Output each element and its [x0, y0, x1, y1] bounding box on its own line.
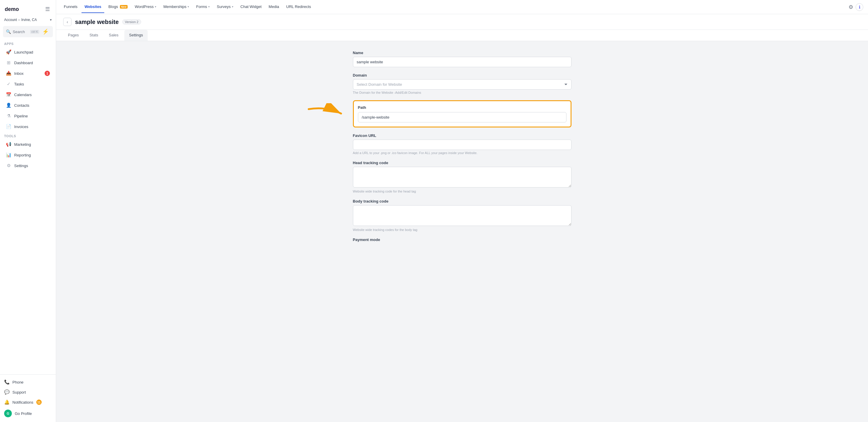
sidebar-item-reporting[interactable]: 📊 Reporting [2, 150, 54, 160]
sidebar-item-label: Phone [12, 380, 24, 385]
chevron-down-icon: ▾ [155, 5, 156, 8]
page-title: sample website [75, 19, 119, 25]
nav-item-websites[interactable]: Websites [82, 1, 104, 13]
sidebar-item-label: Dashboard [14, 61, 33, 65]
nav-item-forms[interactable]: Forms ▾ [193, 1, 213, 13]
head-tracking-hint: Website wide tracking code for the head … [353, 190, 571, 193]
tools-section-label: Tools [0, 132, 56, 139]
tab-pages[interactable]: Pages [63, 30, 84, 41]
launchpad-icon: 🚀 [6, 49, 11, 55]
sidebar-item-tasks[interactable]: ✓ Tasks [2, 79, 54, 89]
head-tracking-textarea[interactable] [353, 167, 571, 188]
notifications-icon: 🔔 [4, 399, 9, 405]
nav-item-wordpress[interactable]: WordPress ▾ [132, 1, 159, 13]
name-label: Name [353, 51, 571, 55]
inbox-icon: 📥 [6, 71, 11, 76]
nav-label: Blogs [108, 4, 118, 9]
sidebar-item-label: Marketing [14, 142, 31, 147]
sidebar-item-marketing[interactable]: 📢 Marketing [2, 139, 54, 149]
nav-label: WordPress [135, 4, 154, 9]
sidebar-item-phone[interactable]: 📞 Phone [0, 377, 56, 387]
favicon-input[interactable] [353, 140, 571, 150]
sidebar-item-dashboard[interactable]: ⊞ Dashboard [2, 58, 54, 68]
tab-settings[interactable]: Settings [124, 30, 148, 41]
sidebar-item-label: Tasks [14, 82, 24, 86]
tasks-icon: ✓ [6, 81, 11, 87]
domain-select[interactable]: Select Domain for Website [353, 79, 571, 90]
sidebar-item-settings[interactable]: ⚙ Settings [2, 161, 54, 171]
path-input[interactable] [358, 112, 566, 122]
sidebar-item-profile[interactable]: G Go Profile [0, 407, 56, 420]
apps-section-label: Apps [0, 39, 56, 47]
tab-stats[interactable]: Stats [85, 30, 103, 41]
tab-sales[interactable]: Sales [104, 30, 123, 41]
nav-label: Chat Widget [240, 4, 262, 9]
nav-item-media[interactable]: Media [266, 1, 282, 13]
calendars-icon: 📅 [6, 92, 11, 97]
sidebar: demo ☰ Account -- Irvine, CA ▾ 🔍 Search … [0, 0, 56, 422]
main-content: Funnels Websites Blogs New WordPress ▾ M… [56, 0, 868, 422]
search-icon: 🔍 [6, 29, 11, 34]
search-shortcut: ctrl K [30, 30, 39, 34]
support-icon: 💬 [4, 390, 9, 395]
new-badge: New [120, 5, 128, 8]
name-form-group: Name [353, 51, 571, 67]
tab-label: Pages [68, 33, 79, 37]
body-tracking-textarea[interactable] [353, 205, 571, 226]
search-bar[interactable]: 🔍 Search ctrl K ⚡ [3, 26, 53, 37]
sidebar-item-pipeline[interactable]: ⚗ Pipeline [2, 111, 54, 121]
account-selector[interactable]: Account -- Irvine, CA ▾ [0, 16, 56, 24]
tab-label: Sales [109, 33, 119, 37]
sidebar-item-calendars[interactable]: 📅 Calendars [2, 90, 54, 100]
sidebar-item-launchpad[interactable]: 🚀 Launchpad [2, 47, 54, 57]
sidebar-item-invoices[interactable]: 📄 Invoices [2, 121, 54, 132]
lightning-button[interactable]: ⚡ [41, 28, 50, 35]
sidebar-item-label: Reporting [14, 153, 31, 157]
top-nav: Funnels Websites Blogs New WordPress ▾ M… [56, 0, 868, 14]
hamburger-button[interactable]: ☰ [44, 5, 51, 13]
sidebar-item-label: Invoices [14, 124, 28, 129]
nav-item-memberships[interactable]: Memberships ▾ [160, 1, 192, 13]
nav-item-funnels[interactable]: Funnels [61, 1, 80, 13]
nav-item-chat-widget[interactable]: Chat Widget [238, 1, 265, 13]
nav-settings-button[interactable]: ⚙ [847, 3, 855, 11]
path-label: Path [358, 105, 566, 110]
path-wrapper: Path [353, 100, 571, 128]
path-highlight-box: Path [353, 100, 571, 128]
name-input[interactable] [353, 57, 571, 67]
account-chevron-icon: ▾ [50, 18, 52, 22]
sidebar-bottom: 📞 Phone 💬 Support 🔔 Notifications 11 G G… [0, 374, 56, 422]
nav-info-button[interactable]: ℹ [856, 3, 863, 11]
app-logo: demo [5, 6, 19, 12]
back-button[interactable]: ‹ [63, 18, 71, 26]
sidebar-item-notifications[interactable]: 🔔 Notifications 11 [0, 397, 56, 407]
sidebar-item-contacts[interactable]: 👤 Contacts [2, 100, 54, 110]
chevron-down-icon: ▾ [208, 5, 210, 8]
dashboard-icon: ⊞ [6, 60, 11, 65]
inbox-badge: 1 [44, 71, 50, 76]
contacts-icon: 👤 [6, 103, 11, 108]
settings-panel: Name Domain Select Domain for Website Th… [353, 51, 571, 413]
avatar: G [4, 410, 12, 417]
sidebar-item-support[interactable]: 💬 Support [0, 387, 56, 397]
body-tracking-form-group: Body tracking code Website wide tracking… [353, 199, 571, 231]
nav-item-surveys[interactable]: Surveys ▾ [214, 1, 236, 13]
domain-hint: The Domain for the Website -Add/Edit Dom… [353, 91, 571, 94]
nav-label: URL Redirects [286, 4, 311, 9]
payment-mode-label: Payment mode [353, 237, 571, 242]
marketing-icon: 📢 [6, 142, 11, 147]
nav-item-blogs[interactable]: Blogs New [105, 1, 130, 13]
nav-label: Surveys [217, 4, 231, 9]
notifications-badge: 11 [36, 399, 42, 405]
sidebar-item-label: Support [12, 390, 26, 394]
nav-item-url-redirects[interactable]: URL Redirects [283, 1, 314, 13]
body-tracking-hint: Website wide tracking codes for the body… [353, 228, 571, 231]
nav-label: Funnels [64, 4, 78, 9]
account-name: Account -- Irvine, CA [4, 18, 37, 22]
sidebar-item-label: Notifications [12, 400, 33, 404]
chevron-down-icon: ▾ [232, 5, 233, 8]
arrow-annotation [300, 103, 353, 124]
page-tabs: Pages Stats Sales Settings [56, 30, 868, 41]
sidebar-item-inbox[interactable]: 📥 Inbox 1 [2, 68, 54, 78]
favicon-label: Favicon URL [353, 133, 571, 138]
